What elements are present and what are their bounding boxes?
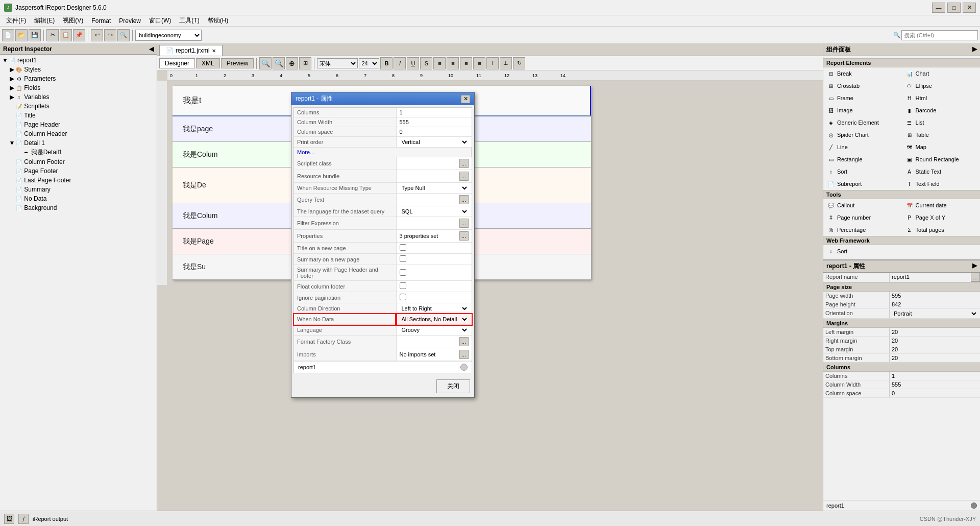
filter-btn[interactable]: … [459, 219, 469, 228]
modal-val-columns[interactable]: 1 [396, 108, 472, 117]
comp-image[interactable]: 🖼 Image [823, 104, 902, 116]
modal-val-filter[interactable]: … [397, 217, 472, 229]
comp-map[interactable]: 🗺 Map [902, 141, 981, 153]
comp-table[interactable]: ⊞ Table [902, 129, 981, 141]
tab-xml[interactable]: XML [196, 58, 220, 68]
comp-subreport[interactable]: 📄 Subreport [823, 178, 902, 190]
menu-item-format[interactable]: Format [87, 16, 115, 26]
right-props-expand[interactable]: ▶ [972, 262, 977, 271]
modal-val-ignore-pagination[interactable] [396, 292, 472, 303]
font-family-select[interactable]: 宋体 [317, 58, 358, 68]
modal-val-when-no-data[interactable]: No Pages Blank Page All Sections, No Det… [396, 314, 472, 325]
print-order-select[interactable]: Vertical Horizontal [400, 138, 469, 146]
left-panel-collapse[interactable]: ◀ [149, 45, 154, 53]
modal-val-title-page[interactable] [396, 243, 472, 254]
bold-btn[interactable]: B [380, 57, 393, 69]
comp-percentage[interactable]: % Percentage [823, 224, 902, 236]
top-align-btn[interactable]: ⊤ [486, 57, 499, 69]
imports-btn[interactable]: … [459, 350, 469, 359]
modal-val-summary-header[interactable] [396, 265, 472, 281]
tree-item-1[interactable]: ▶🎨Styles [0, 65, 157, 74]
bottom-icon1[interactable]: 🖼 [4, 514, 14, 524]
tree-item-12[interactable]: 📄Page Footer [0, 166, 157, 176]
modal-val-print-order[interactable]: Vertical Horizontal [396, 137, 472, 148]
zoom-fit-btn[interactable]: ⊕ [286, 57, 298, 69]
align-center-btn[interactable]: ≡ [447, 57, 459, 69]
underline-btn[interactable]: U [407, 57, 419, 69]
comp-callout[interactable]: 💬 Callout [823, 199, 902, 211]
modal-val-language[interactable]: Groovy Java [396, 325, 472, 336]
tree-item-2[interactable]: ▶⚙Parameters [0, 74, 157, 83]
orientation-select[interactable]: Portrait Landscape [892, 310, 978, 317]
comp-wf-sort[interactable]: ↕ Sort [823, 245, 902, 257]
comp-frame[interactable]: ▭ Frame [823, 92, 902, 104]
title-page-checkbox[interactable] [400, 244, 406, 251]
tree-item-9[interactable]: ▼📄Detail 1 [0, 138, 157, 148]
lang-select[interactable]: SQL Groovy HQL [400, 208, 469, 215]
paste-button[interactable]: 📌 [73, 29, 85, 41]
modal-val-format-factory[interactable]: … [397, 336, 472, 348]
modal-val-resource[interactable]: … [397, 170, 472, 182]
comp-round-rect[interactable]: ▣ Round Rectangle [902, 153, 981, 165]
align-justify-btn[interactable]: ≡ [473, 57, 485, 69]
minimize-button[interactable]: — [932, 3, 945, 13]
summary-page-checkbox[interactable] [400, 255, 406, 262]
comp-spider[interactable]: ◎ Spider Chart [823, 129, 902, 141]
ignore-pagination-checkbox[interactable] [400, 294, 406, 300]
comp-ellipse[interactable]: ⬭ Ellipse [902, 80, 981, 92]
modal-val-imports[interactable]: No imports set … [397, 348, 472, 361]
tab-close-button[interactable]: ✕ [212, 48, 216, 54]
menu-item-preview[interactable]: Preview [115, 16, 145, 26]
tree-item-11[interactable]: 📄Column Footer [0, 157, 157, 166]
preview-button[interactable]: 🔍 [117, 29, 130, 41]
redo-button[interactable]: ↪ [104, 29, 116, 41]
tree-item-6[interactable]: 📄Title [0, 111, 157, 120]
bottom-icon2[interactable]: 𝑓 [18, 514, 29, 524]
menu-item-t[interactable]: 工具(T) [175, 15, 203, 26]
tree-item-5[interactable]: 📝Scriptlets [0, 102, 157, 111]
tree-item-7[interactable]: 📄Page Header [0, 120, 157, 129]
tree-item-14[interactable]: 📄Summary [0, 185, 157, 194]
float-footer-checkbox[interactable] [400, 282, 406, 289]
modal-val-col-width[interactable]: 555 [396, 117, 472, 127]
comp-crosstab[interactable]: ⊞ Crosstab [823, 80, 902, 92]
comp-chart[interactable]: 📊 Chart [902, 67, 981, 80]
zoom-out-btn[interactable]: 🔍 [259, 57, 272, 69]
format-factory-btn[interactable]: … [459, 337, 469, 346]
report-canvas[interactable]: 0 1 2 3 4 5 6 7 8 9 10 11 12 13 14 [157, 70, 823, 511]
resource-btn[interactable]: … [459, 172, 469, 181]
language-select[interactable]: Groovy Java [400, 326, 469, 333]
tree-expand-2[interactable]: ▶ [9, 75, 15, 82]
modal-val-query-text[interactable]: … [397, 194, 472, 206]
menu-item-v[interactable]: 视图(V) [59, 15, 87, 26]
prop-btn-report-name[interactable]: … [971, 273, 980, 282]
comp-html[interactable]: H Html [902, 92, 981, 104]
search-input[interactable] [901, 30, 978, 40]
modal-val-col-space[interactable]: 0 [396, 127, 472, 137]
scriptlet-btn[interactable]: … [459, 159, 469, 168]
modal-val-missing-type[interactable]: Type Null Null Empty Key Error [396, 183, 472, 194]
align-left-btn[interactable]: ≡ [433, 57, 446, 69]
tree-item-8[interactable]: 📄Column Header [0, 129, 157, 138]
comp-rectangle[interactable]: ▭ Rectangle [823, 153, 902, 165]
close-button[interactable]: ✕ [963, 3, 976, 13]
query-text-btn[interactable]: … [459, 195, 469, 204]
open-button[interactable]: 📂 [15, 29, 28, 41]
modal-val-more[interactable]: More... [294, 148, 472, 157]
tab-report1[interactable]: 📄 report1.jrxml ✕ [159, 45, 223, 56]
summary-header-checkbox[interactable] [400, 269, 406, 276]
strikethrough-btn[interactable]: S [420, 57, 432, 69]
zoom-in-btn[interactable]: 🔍 [273, 57, 285, 69]
tab-preview[interactable]: Preview [221, 58, 254, 68]
menu-item-h[interactable]: 帮助(H) [204, 15, 233, 26]
comp-sort[interactable]: ↕ Sort [823, 165, 902, 178]
maximize-button[interactable]: □ [947, 3, 961, 13]
comp-list[interactable]: ☰ List [902, 116, 981, 129]
font-size-select[interactable]: 24 [359, 58, 379, 68]
tree-item-0[interactable]: ▼📄report1 [0, 56, 157, 65]
modal-val-col-direction[interactable]: Left to Right Right to Left [396, 303, 472, 314]
new-button[interactable]: 📄 [2, 29, 14, 41]
menu-item-w[interactable]: 窗口(W) [145, 15, 175, 26]
italic-btn[interactable]: I [394, 57, 406, 69]
comp-page-x-of-y[interactable]: P Page X of Y [902, 211, 981, 224]
